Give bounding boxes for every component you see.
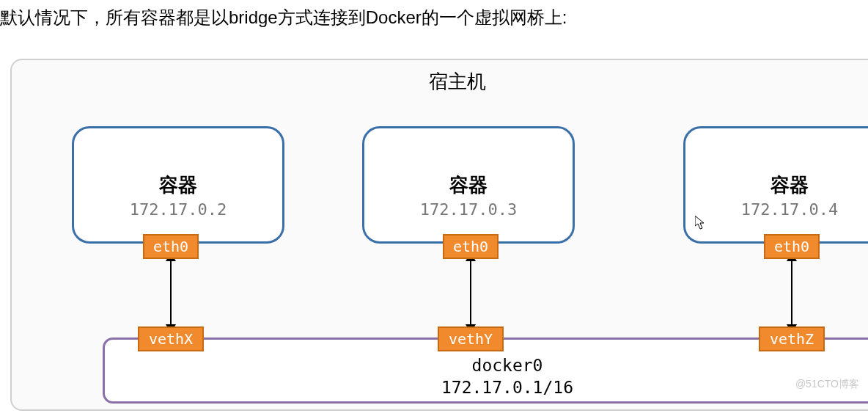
veth-interface-y: vethY xyxy=(438,326,504,351)
bridge-name: docker0 xyxy=(105,356,868,375)
container-ip: 172.17.0.3 xyxy=(364,200,573,219)
cursor-icon xyxy=(695,216,707,230)
container-box-3: 容器 172.17.0.4 xyxy=(683,126,868,244)
container-label: 容器 xyxy=(685,172,868,198)
eth0-interface-3: eth0 xyxy=(764,234,820,259)
page-description: 默认情况下，所有容器都是以bridge方式连接到Docker的一个虚拟网桥上: xyxy=(0,0,868,29)
container-label: 容器 xyxy=(74,172,282,198)
container-label: 容器 xyxy=(364,172,573,198)
eth0-interface-2: eth0 xyxy=(443,234,499,259)
watermark-text: @51CTO博客 xyxy=(795,378,859,391)
connector-line-3 xyxy=(791,260,792,326)
connector-line-2 xyxy=(470,260,471,326)
container-box-1: 容器 172.17.0.2 xyxy=(72,126,284,244)
veth-interface-z: vethZ xyxy=(759,326,825,351)
bridge-ip: 172.17.0.1/16 xyxy=(105,378,868,397)
eth0-interface-1: eth0 xyxy=(143,234,199,259)
connector-line-1 xyxy=(170,260,172,326)
container-ip: 172.17.0.4 xyxy=(685,200,868,219)
veth-interface-x: vethX xyxy=(138,326,204,351)
container-ip: 172.17.0.2 xyxy=(74,200,282,219)
container-box-2: 容器 172.17.0.3 xyxy=(362,126,575,244)
host-title: 宿主机 xyxy=(12,69,868,95)
